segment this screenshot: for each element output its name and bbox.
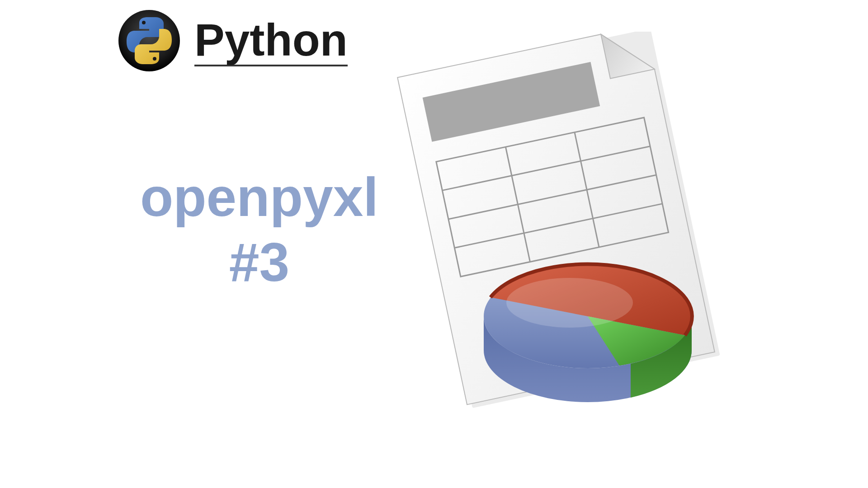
header: Python xyxy=(118,9,348,74)
episode-number: #3 xyxy=(140,227,378,297)
svg-point-12 xyxy=(506,278,633,328)
main-title-block: openpyxl #3 xyxy=(140,167,378,297)
spreadsheet-chart-icon xyxy=(384,32,755,438)
library-name: openpyxl xyxy=(140,167,378,227)
svg-point-2 xyxy=(153,57,156,61)
python-logo-icon xyxy=(118,9,181,74)
header-title: Python xyxy=(194,17,348,66)
svg-point-1 xyxy=(142,21,146,24)
